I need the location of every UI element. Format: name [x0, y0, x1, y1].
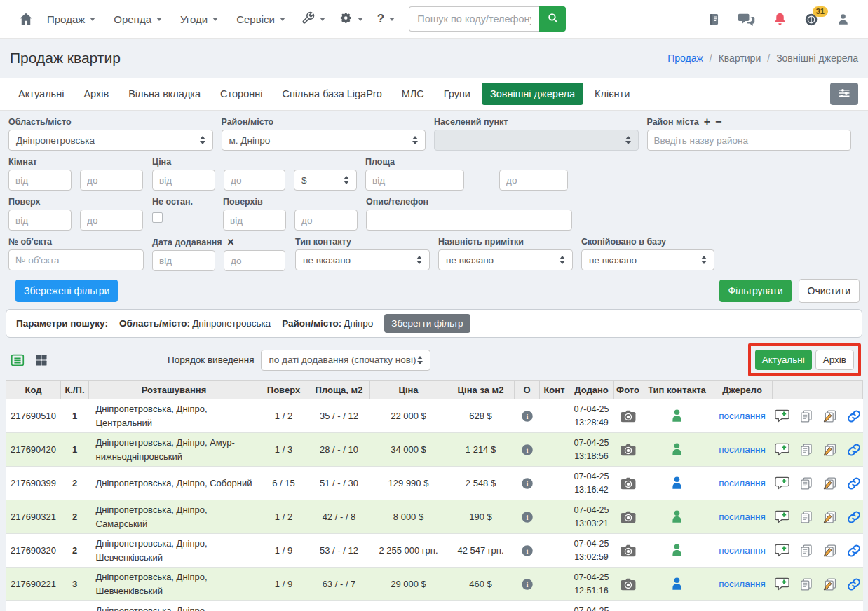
camera-icon[interactable]	[618, 510, 639, 524]
external-link-icon[interactable]	[847, 409, 861, 423]
floors-from-input[interactable]	[223, 210, 286, 231]
info-icon[interactable]: i	[518, 444, 536, 456]
camera-icon[interactable]	[618, 544, 639, 558]
save-filter-button[interactable]: Зберегти фільтр	[384, 314, 470, 333]
breadcrumb-item[interactable]: Продаж	[667, 53, 703, 64]
copy-icon[interactable]	[799, 510, 813, 524]
camera-icon[interactable]	[618, 409, 639, 423]
area-from-input[interactable]	[365, 170, 464, 191]
actual-button[interactable]: Актуальні	[755, 350, 812, 370]
tab[interactable]: Вільна вкладка	[120, 83, 209, 105]
add-district-icon[interactable]: +	[704, 118, 710, 126]
add-comment-icon[interactable]	[774, 509, 790, 524]
add-comment-icon[interactable]	[774, 409, 790, 423]
info-icon[interactable]: i	[518, 477, 536, 490]
tab[interactable]: Зовнішні джерела	[482, 83, 583, 105]
add-comment-icon[interactable]	[774, 543, 790, 558]
clear-date-icon[interactable]: ✕	[227, 237, 235, 247]
filter-button[interactable]: Фільтрувати	[719, 280, 791, 302]
external-link-icon[interactable]	[847, 577, 861, 591]
coins-icon[interactable]: 31	[804, 11, 820, 27]
district-select[interactable]: м. Дніпро	[222, 130, 426, 151]
remove-district-icon[interactable]: −	[715, 118, 721, 126]
info-icon[interactable]: i	[518, 410, 536, 423]
order-select[interactable]: по даті додавання (спочатку нові)	[261, 350, 430, 371]
settings-menu[interactable]	[332, 6, 370, 32]
tab[interactable]: Сторонні	[212, 83, 271, 105]
source-link[interactable]: посилання	[719, 545, 766, 556]
object-no-input[interactable]	[8, 249, 144, 270]
note-presence-select[interactable]: не вказано	[438, 249, 573, 270]
copy-icon[interactable]	[799, 476, 813, 490]
source-link[interactable]: посилання	[719, 579, 766, 589]
source-link[interactable]: посилання	[719, 411, 766, 421]
copy-icon[interactable]	[799, 443, 813, 457]
archive-button[interactable]: Архів	[815, 350, 854, 370]
tab[interactable]: Актуальні	[10, 83, 72, 105]
contact-person-icon[interactable]	[646, 577, 709, 591]
external-link-icon[interactable]	[847, 510, 861, 524]
tab[interactable]: Групи	[435, 83, 479, 105]
home-icon[interactable]	[18, 11, 34, 27]
add-comment-icon[interactable]	[774, 476, 790, 490]
menu-item[interactable]: Сервіси	[227, 8, 294, 31]
help-menu[interactable]: ?	[370, 6, 402, 32]
chat-bubbles-icon[interactable]	[738, 12, 756, 27]
info-icon[interactable]: i	[518, 578, 536, 591]
menu-item[interactable]: Оренда	[104, 8, 171, 31]
user-icon[interactable]	[836, 13, 850, 26]
date-from-input[interactable]	[152, 250, 215, 271]
source-link[interactable]: посилання	[719, 512, 766, 522]
clear-button[interactable]: Очистити	[799, 279, 860, 303]
currency-select[interactable]: $	[294, 170, 357, 191]
contact-person-icon[interactable]	[646, 442, 709, 457]
source-link[interactable]: посилання	[719, 444, 766, 455]
rooms-to-input[interactable]	[80, 170, 143, 191]
contact-person-icon[interactable]	[646, 409, 709, 423]
copy-icon[interactable]	[799, 544, 813, 558]
info-icon[interactable]: i	[518, 511, 536, 523]
tab[interactable]: МЛС	[393, 83, 433, 105]
contact-person-icon[interactable]	[646, 476, 709, 490]
contact-person-icon[interactable]	[646, 543, 709, 558]
camera-icon[interactable]	[618, 443, 639, 457]
copy-icon[interactable]	[799, 577, 813, 591]
external-link-icon[interactable]	[847, 544, 861, 558]
menu-item[interactable]: Продаж	[38, 8, 104, 31]
date-to-input[interactable]	[224, 250, 285, 271]
tools-menu[interactable]	[294, 6, 332, 32]
search-input[interactable]	[409, 6, 539, 32]
camera-icon[interactable]	[618, 476, 639, 490]
floor-to-input[interactable]	[80, 210, 143, 231]
desc-phone-input[interactable]	[366, 210, 572, 231]
copied-to-base-select[interactable]: не вказано	[581, 249, 714, 270]
bell-icon[interactable]	[773, 12, 787, 27]
copy-icon[interactable]	[799, 409, 813, 423]
not-last-checkbox[interactable]	[152, 212, 163, 223]
tab[interactable]: Клієнти	[586, 83, 638, 105]
floors-to-input[interactable]	[294, 210, 358, 231]
search-button[interactable]	[539, 6, 566, 32]
edit-note-icon[interactable]	[822, 544, 838, 558]
region-select[interactable]: Дніпропетровська	[8, 130, 213, 151]
contact-type-select[interactable]: не вказано	[295, 249, 430, 270]
camera-icon[interactable]	[618, 577, 639, 591]
city-district-input[interactable]	[647, 130, 852, 151]
edit-note-icon[interactable]	[822, 409, 838, 423]
tab[interactable]: Спільна база LigaPro	[273, 83, 390, 105]
external-link-icon[interactable]	[847, 443, 861, 457]
address-book-icon[interactable]	[707, 13, 721, 26]
external-link-icon[interactable]	[847, 476, 861, 490]
area-to-input[interactable]	[499, 170, 568, 191]
grid-view-icon[interactable]	[34, 353, 48, 367]
edit-note-icon[interactable]	[822, 510, 838, 524]
list-view-icon[interactable]	[10, 352, 25, 368]
edit-note-icon[interactable]	[822, 443, 838, 457]
price-from-input[interactable]	[152, 170, 215, 191]
floor-from-input[interactable]	[8, 210, 72, 231]
add-comment-icon[interactable]	[774, 442, 790, 457]
rooms-from-input[interactable]	[8, 170, 72, 191]
filter-toggle-button[interactable]	[830, 83, 858, 105]
add-comment-icon[interactable]	[774, 577, 790, 591]
source-link[interactable]: посилання	[719, 478, 766, 488]
